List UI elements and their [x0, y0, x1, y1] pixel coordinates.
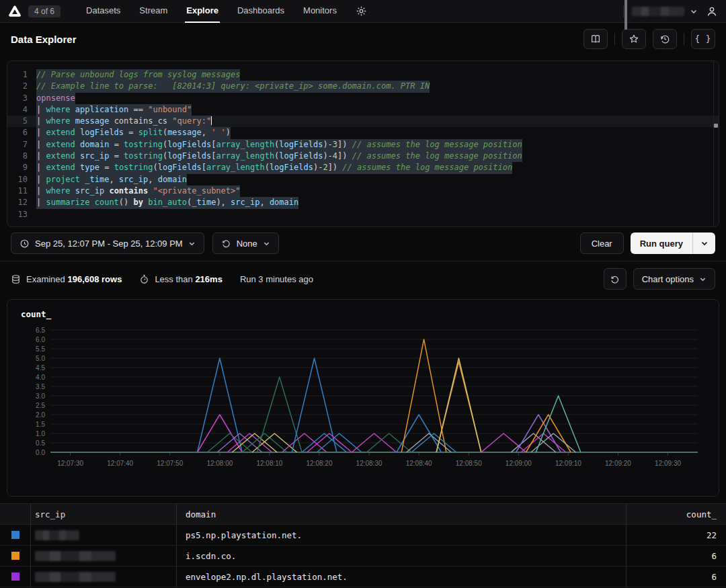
- settings-gear-icon[interactable]: [356, 5, 367, 17]
- code-text: // Example line to parse: [82014:3] quer…: [36, 81, 430, 92]
- code-line[interactable]: 13: [7, 209, 719, 220]
- nav-item-explore[interactable]: Explore: [177, 0, 228, 23]
- code-line[interactable]: 12| summarize count() by bin_auto(_time)…: [7, 197, 719, 208]
- svg-text:3.0: 3.0: [36, 392, 45, 400]
- line-number: 9: [7, 162, 28, 173]
- chevron-down-icon: [700, 239, 709, 247]
- series-color-cell: [0, 531, 30, 539]
- svg-text:12:07:50: 12:07:50: [157, 460, 183, 467]
- reset-chart-button[interactable]: [604, 268, 627, 290]
- run-query-split-button: Run query: [631, 233, 715, 254]
- domain-cell: envelope2.np.dl.playstation.net.: [176, 572, 627, 582]
- svg-text:12:09:00: 12:09:00: [506, 460, 532, 467]
- table-row[interactable]: i.scdn.co.6: [0, 546, 726, 566]
- query-editor[interactable]: 1// Parse unbound logs from syslog messa…: [7, 60, 719, 227]
- svg-text:0.5: 0.5: [36, 439, 45, 447]
- code-line[interactable]: 9| extend type = tostring(logFields[arra…: [7, 162, 719, 173]
- series-color-chip: [11, 573, 19, 581]
- latency-label: Less than: [155, 274, 192, 284]
- chevron-down-icon: [188, 240, 196, 247]
- col-header-domain[interactable]: domain: [176, 509, 627, 519]
- svg-text:12:09:10: 12:09:10: [555, 460, 581, 467]
- code-line[interactable]: 1// Parse unbound logs from syslog messa…: [7, 69, 719, 81]
- query-toolbar: Sep 25, 12:07 PM - Sep 25, 12:09 PM None…: [0, 227, 726, 261]
- history-icon: [659, 34, 670, 44]
- svg-text:12:09:20: 12:09:20: [605, 460, 631, 467]
- actions-divider: [614, 33, 615, 45]
- line-number: 12: [7, 197, 28, 208]
- series-color-chip: [11, 552, 19, 560]
- code-text: | where src_ip contains "<private_subnet…: [36, 185, 240, 197]
- code-line[interactable]: 7| extend domain = tostring(logFields[ar…: [7, 139, 719, 151]
- code-line[interactable]: 11| where src_ip contains "<private_subn…: [7, 185, 719, 197]
- svg-text:1.0: 1.0: [36, 430, 45, 437]
- examined-value: 196,608 rows: [67, 274, 122, 284]
- svg-text:1.5: 1.5: [36, 421, 45, 428]
- nav-item-stream[interactable]: Stream: [130, 0, 177, 23]
- page-title: Data Explorer: [11, 34, 77, 45]
- compare-history-icon: [221, 239, 231, 249]
- svg-text:5.5: 5.5: [36, 345, 45, 353]
- axiom-logo-icon[interactable]: [8, 5, 22, 18]
- code-text: | project _time, src_ip, domain: [36, 174, 187, 185]
- code-line[interactable]: 4| where application == "unbound": [7, 104, 719, 116]
- org-switcher[interactable]: [632, 7, 698, 16]
- code-line[interactable]: 8| extend src_ip = tostring(logFields[ar…: [7, 151, 719, 162]
- line-number: 2: [7, 81, 28, 92]
- code-line[interactable]: 2// Example line to parse: [82014:3] que…: [7, 81, 719, 92]
- compare-label: None: [237, 239, 257, 249]
- api-query-button[interactable]: { }: [691, 29, 715, 49]
- src-ip-cell: [30, 572, 176, 582]
- star-icon: [629, 34, 639, 44]
- docs-button[interactable]: [583, 29, 608, 49]
- editor-scrollbar-thumb[interactable]: [714, 124, 718, 128]
- latency-stat: Less than 216ms: [139, 274, 222, 284]
- run-query-menu-button[interactable]: [692, 233, 715, 254]
- query-stats-row: Examined 196,608 rows Less than 216ms Ru…: [0, 261, 726, 296]
- svg-text:4.0: 4.0: [36, 374, 45, 381]
- chevron-down-icon: [263, 240, 270, 247]
- svg-text:12:07:40: 12:07:40: [107, 460, 133, 467]
- code-line[interactable]: 6| extend logFields = split(message, ' '…: [7, 127, 719, 138]
- compare-picker[interactable]: None: [212, 233, 279, 254]
- line-number: 4: [7, 104, 28, 116]
- top-nav: 4 of 6 Datasets Stream Explore Dashboard…: [0, 0, 726, 23]
- code-line[interactable]: 5| where message contains_cs "query:": [7, 116, 719, 127]
- line-number: 3: [7, 93, 28, 104]
- chart-options-label: Chart options: [642, 274, 694, 284]
- timeseries-chart[interactable]: 6.56.05.55.04.54.03.53.02.52.01.51.00.50…: [15, 323, 712, 491]
- col-header-count[interactable]: count_: [627, 509, 726, 519]
- text-cursor: [211, 116, 212, 125]
- table-row[interactable]: envelope2.np.dl.playstation.net.6: [0, 566, 726, 587]
- svg-text:6.0: 6.0: [36, 336, 45, 343]
- clock-icon: [19, 239, 30, 249]
- table-row[interactable]: ps5.np.playstation.net.22: [0, 525, 726, 546]
- clear-button[interactable]: Clear: [580, 233, 624, 254]
- series-color-chip: [11, 531, 19, 539]
- svg-text:6.5: 6.5: [36, 327, 45, 334]
- code-text: | where message contains_cs "query:": [36, 116, 212, 127]
- line-number: 5: [7, 116, 28, 127]
- line-number: 1: [7, 69, 28, 81]
- code-line[interactable]: 3opnsense: [7, 93, 719, 104]
- run-ago-label: Run 3 minutes ago: [240, 274, 313, 284]
- code-lines: 1// Parse unbound logs from syslog messa…: [7, 69, 719, 220]
- chart-options-button[interactable]: Chart options: [633, 268, 715, 290]
- nav-item-datasets[interactable]: Datasets: [77, 0, 130, 23]
- star-button[interactable]: [622, 29, 646, 49]
- user-profile-icon[interactable]: [706, 5, 718, 17]
- table-scrollbar-thumb[interactable]: [624, 0, 627, 30]
- chart-title: count_: [21, 309, 713, 319]
- time-range-picker[interactable]: Sep 25, 12:07 PM - Sep 25, 12:09 PM: [11, 233, 204, 254]
- query-history-button[interactable]: [653, 29, 677, 49]
- nav-item-dashboards[interactable]: Dashboards: [228, 0, 294, 23]
- svg-text:5.0: 5.0: [36, 355, 45, 362]
- nav-divider: [623, 5, 624, 17]
- code-line[interactable]: 10| project _time, src_ip, domain: [7, 174, 719, 185]
- nav-item-monitors[interactable]: Monitors: [294, 0, 346, 23]
- run-query-button[interactable]: Run query: [631, 233, 692, 254]
- svg-text:12:08:00: 12:08:00: [206, 460, 233, 467]
- chevron-down-icon: [690, 7, 698, 15]
- editor-scrollbar[interactable]: [713, 61, 719, 226]
- col-header-src-ip[interactable]: src_ip: [30, 509, 176, 519]
